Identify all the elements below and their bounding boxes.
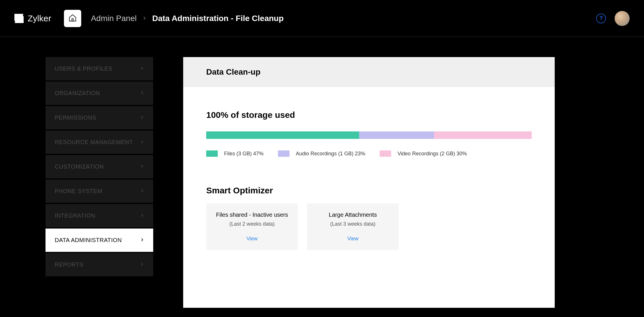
chevron-right-icon — [140, 163, 144, 170]
optimizer-card-large-attachments: Large Attachments (Last 3 weeks data) Vi… — [307, 203, 399, 250]
home-button[interactable] — [64, 10, 81, 27]
legend-item-files: Files (3 GB) 47% — [206, 150, 264, 157]
sidebar-item-integration[interactable]: INTEGRATION — [46, 204, 153, 227]
card-view-link[interactable]: View — [212, 236, 292, 242]
sidebar-item-label: PHONE SYSTEM — [55, 188, 102, 195]
legend-label: Audio Recordings (1 GB) 23% — [296, 151, 365, 157]
sidebar-item-users-profiles[interactable]: USERS & PROFILES — [46, 57, 153, 80]
panel-title: Data Clean-up — [206, 67, 532, 77]
sidebar-item-label: REPORTS — [55, 261, 84, 268]
sidebar-item-organization[interactable]: ORGANIZATION — [46, 82, 153, 105]
legend-item-audio: Audio Recordings (1 GB) 23% — [278, 150, 365, 157]
card-subtitle: (Last 2 weeks data) — [212, 221, 292, 227]
card-view-link[interactable]: View — [313, 236, 393, 242]
card-subtitle: (Last 3 weeks data) — [313, 221, 393, 227]
avatar[interactable] — [615, 11, 630, 26]
sidebar-item-label: DATA ADMINISTRATION — [55, 237, 122, 244]
sidebar-item-data-administration[interactable]: DATA ADMINISTRATION — [46, 229, 153, 252]
legend-swatch-icon — [278, 150, 289, 157]
svg-rect-5 — [72, 18, 73, 21]
sidebar-item-phone-system[interactable]: PHONE SYSTEM — [46, 180, 153, 203]
sidebar: USERS & PROFILES ORGANIZATION PERMISSION… — [46, 57, 153, 308]
sidebar-item-label: ORGANIZATION — [55, 90, 100, 97]
storage-legend: Files (3 GB) 47% Audio Recordings (1 GB)… — [206, 150, 532, 157]
home-icon — [68, 14, 77, 23]
main-panel: Data Clean-up 100% of storage used Files… — [183, 57, 555, 308]
chevron-right-icon — [140, 188, 144, 195]
breadcrumb-root[interactable]: Admin Panel — [91, 14, 137, 23]
optimizer-cards: Files shared - Inactive users (Last 2 we… — [206, 203, 532, 250]
breadcrumb-current: Data Administration - File Cleanup — [152, 14, 283, 23]
legend-label: Video Recordings (2 GB) 30% — [397, 151, 467, 157]
storage-bar — [206, 131, 532, 139]
brand-name: Zylker — [28, 14, 51, 23]
sidebar-item-label: USERS & PROFILES — [55, 65, 112, 72]
panel-body: 100% of storage used Files (3 GB) 47% Au… — [183, 87, 555, 261]
legend-item-video: Video Recordings (2 GB) 30% — [380, 150, 467, 157]
storage-heading: 100% of storage used — [206, 110, 532, 120]
brand-logo-icon — [14, 14, 24, 23]
chevron-right-icon — [140, 114, 144, 121]
storage-segment-video — [434, 131, 532, 139]
chevron-right-icon — [140, 261, 144, 268]
brand: Zylker — [14, 14, 51, 23]
content: USERS & PROFILES ORGANIZATION PERMISSION… — [0, 37, 644, 308]
legend-swatch-icon — [380, 150, 391, 157]
storage-segment-files — [206, 131, 359, 139]
legend-label: Files (3 GB) 47% — [224, 151, 264, 157]
sidebar-item-label: RESOURCE MANAGEMENT — [55, 139, 133, 146]
chevron-right-icon — [140, 90, 144, 97]
header: Zylker Admin Panel Data Administration -… — [0, 0, 644, 37]
sidebar-item-reports[interactable]: REPORTS — [46, 253, 153, 276]
storage-segment-audio — [359, 131, 434, 139]
optimizer-card-inactive-users: Files shared - Inactive users (Last 2 we… — [206, 203, 298, 250]
sidebar-item-label: PERMISSIONS — [55, 114, 96, 121]
card-title: Files shared - Inactive users — [212, 212, 292, 218]
panel-header: Data Clean-up — [183, 57, 555, 87]
card-title: Large Attachments — [313, 212, 393, 218]
optimizer-heading: Smart Optimizer — [206, 186, 532, 195]
sidebar-item-label: CUSTOMIZATION — [55, 163, 104, 170]
chevron-right-icon — [142, 15, 146, 22]
chevron-right-icon — [140, 237, 144, 244]
sidebar-item-label: INTEGRATION — [55, 212, 95, 219]
breadcrumb: Admin Panel Data Administration - File C… — [91, 14, 284, 23]
chevron-right-icon — [140, 212, 144, 219]
sidebar-item-resource-management[interactable]: RESOURCE MANAGEMENT — [46, 131, 153, 154]
legend-swatch-icon — [206, 150, 218, 157]
help-icon[interactable]: ? — [596, 14, 606, 23]
header-right: ? — [596, 11, 630, 26]
chevron-right-icon — [140, 139, 144, 146]
chevron-right-icon — [140, 65, 144, 72]
sidebar-item-permissions[interactable]: PERMISSIONS — [46, 106, 153, 129]
sidebar-item-customization[interactable]: CUSTOMIZATION — [46, 155, 153, 178]
